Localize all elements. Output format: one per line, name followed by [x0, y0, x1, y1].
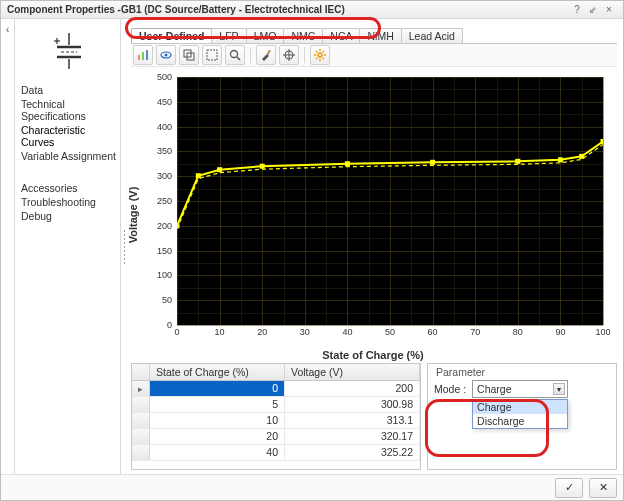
cell-soc[interactable]: 5	[150, 397, 285, 412]
row-header[interactable]	[132, 429, 150, 444]
eye-icon[interactable]	[156, 45, 176, 65]
layers-icon[interactable]	[179, 45, 199, 65]
zoom-in-icon[interactable]	[225, 45, 245, 65]
x-axis-label: State of Charge (%)	[137, 349, 609, 361]
row-header[interactable]	[132, 397, 150, 412]
tab-user-defined[interactable]: User-Defined	[131, 28, 212, 43]
nav-item-data[interactable]: Data	[21, 83, 116, 97]
tab-lead-acid[interactable]: Lead Acid	[401, 28, 463, 43]
svg-rect-34	[345, 161, 350, 166]
chart-type-icon[interactable]	[133, 45, 153, 65]
cell-soc[interactable]: 40	[150, 445, 285, 460]
table-row[interactable]: 10313.1	[132, 413, 420, 429]
nav-item-debug[interactable]: Debug	[21, 209, 116, 223]
svg-rect-33	[260, 164, 265, 169]
svg-rect-7	[138, 55, 140, 60]
row-header[interactable]	[132, 413, 150, 428]
window-title: Component Properties -GB1 (DC Source/Bat…	[7, 4, 569, 15]
y-tick: 200	[157, 221, 175, 231]
mode-value: Charge	[477, 383, 511, 395]
footer: ✓ ✕	[1, 474, 623, 500]
svg-rect-39	[601, 139, 604, 144]
zoom-window-icon[interactable]	[202, 45, 222, 65]
x-tick: 90	[555, 326, 565, 337]
row-header[interactable]: ▸	[132, 381, 150, 396]
y-tick: 300	[157, 171, 175, 181]
svg-rect-17	[267, 50, 271, 55]
svg-rect-35	[430, 160, 435, 165]
svg-line-27	[323, 58, 324, 59]
nav-item-var-assign[interactable]: Variable Assignment	[21, 149, 116, 163]
y-tick: 100	[157, 270, 175, 280]
cell-soc[interactable]: 20	[150, 429, 285, 444]
main-panel: User-Defined LFP LMO NMC NCA NiMH Lead A…	[127, 19, 623, 474]
target-icon[interactable]	[279, 45, 299, 65]
cell-voltage[interactable]: 320.17	[285, 429, 420, 444]
y-axis-label: Voltage (V)	[127, 187, 139, 244]
cell-voltage[interactable]: 313.1	[285, 413, 420, 428]
nav-group-primary: Data Technical Specifications Characteri…	[21, 79, 116, 167]
x-tick: 10	[215, 326, 225, 337]
x-tick: 60	[428, 326, 438, 337]
tab-nmc[interactable]: NMC	[283, 28, 323, 43]
nav-item-accessories[interactable]: Accessories	[21, 181, 116, 195]
svg-rect-36	[515, 159, 520, 164]
cell-voltage[interactable]: 200	[285, 381, 420, 396]
pin-icon[interactable]: ⇙	[585, 5, 601, 15]
svg-line-28	[323, 51, 324, 52]
svg-rect-14	[207, 50, 217, 60]
svg-point-21	[318, 53, 322, 57]
mode-option-discharge[interactable]: Discharge	[473, 414, 567, 428]
y-tick: 500	[157, 72, 175, 82]
cell-soc[interactable]: 0	[150, 381, 285, 396]
tab-lfp[interactable]: LFP	[211, 28, 246, 43]
x-tick: 70	[470, 326, 480, 337]
tab-nca[interactable]: NCA	[322, 28, 360, 43]
y-tick: 350	[157, 146, 175, 156]
chart-toolbar	[131, 43, 617, 67]
cancel-button[interactable]: ✕	[589, 478, 617, 498]
table-row[interactable]: 20320.17	[132, 429, 420, 445]
nav-item-char-curves[interactable]: Characteristic Curves	[21, 123, 116, 149]
x-tick: 100	[595, 326, 610, 337]
y-tick: 250	[157, 196, 175, 206]
plot[interactable]	[177, 77, 603, 325]
svg-rect-8	[142, 52, 144, 60]
chart-area: Voltage (V) State of Charge (%) 05010015…	[131, 67, 617, 359]
x-tick: 80	[513, 326, 523, 337]
row-header[interactable]	[132, 445, 150, 460]
table-row[interactable]: ▸0200	[132, 381, 420, 397]
col-soc[interactable]: State of Charge (%)	[150, 364, 285, 380]
help-icon[interactable]: ?	[569, 4, 585, 15]
x-tick: 30	[300, 326, 310, 337]
close-icon[interactable]: ×	[601, 4, 617, 15]
param-group-title: Parameter	[434, 366, 610, 380]
ok-button[interactable]: ✓	[555, 478, 583, 498]
gear-icon[interactable]	[310, 45, 330, 65]
mode-select[interactable]: Charge ▾ Charge Discharge	[472, 380, 568, 398]
chevron-down-icon: ▾	[553, 383, 565, 395]
col-voltage[interactable]: Voltage (V)	[285, 364, 420, 380]
y-tick: 150	[157, 246, 175, 256]
nav-item-troubleshoot[interactable]: Troubleshooting	[21, 195, 116, 209]
cell-voltage[interactable]: 300.98	[285, 397, 420, 412]
param-panel: Parameter Mode : Charge ▾ Charge Dischar…	[427, 363, 617, 470]
cell-voltage[interactable]: 325.22	[285, 445, 420, 460]
cell-soc[interactable]: 10	[150, 413, 285, 428]
tab-lmo[interactable]: LMO	[246, 28, 285, 43]
svg-rect-31	[196, 173, 201, 178]
mode-label: Mode :	[434, 383, 466, 395]
mode-option-charge[interactable]: Charge	[473, 400, 567, 414]
sidebar-collapse[interactable]: ‹	[1, 19, 15, 474]
svg-line-29	[316, 58, 317, 59]
nav-item-tech-spec[interactable]: Technical Specifications	[21, 97, 116, 123]
table-row[interactable]: 40325.22	[132, 445, 420, 461]
x-tick: 40	[342, 326, 352, 337]
window: Component Properties -GB1 (DC Source/Bat…	[0, 0, 624, 501]
brush-icon[interactable]	[256, 45, 276, 65]
table-row[interactable]: 5300.98	[132, 397, 420, 413]
chemistry-tabrow: User-Defined LFP LMO NMC NCA NiMH Lead A…	[131, 23, 617, 43]
svg-point-15	[231, 51, 238, 58]
tab-nimh[interactable]: NiMH	[359, 28, 401, 43]
sidebar: Data Technical Specifications Characteri…	[15, 19, 121, 474]
